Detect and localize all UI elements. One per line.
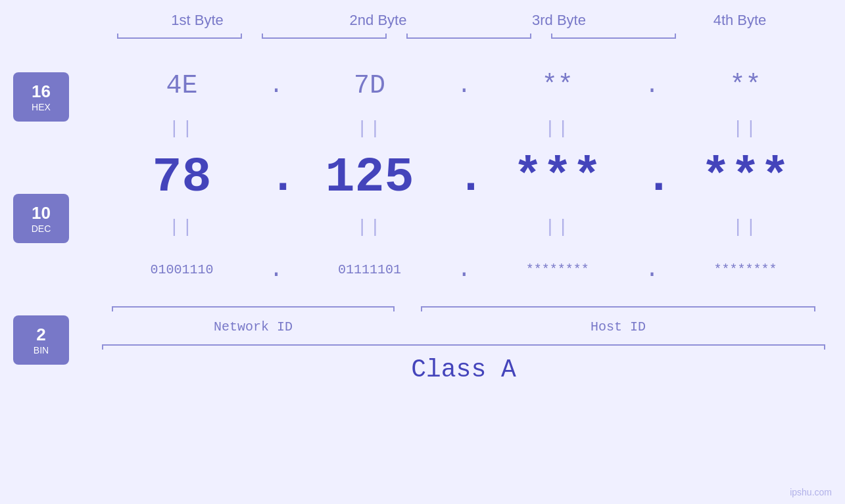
bin-b4: ******** [673, 262, 817, 277]
host-id-label: Host ID [411, 319, 825, 334]
byte-label-3: 3rd Byte [487, 12, 631, 29]
hex-row: 4E . 7D . ** . ** [102, 59, 825, 112]
dec-dot-3: . [645, 152, 658, 204]
eq2-b1: || [109, 217, 254, 237]
hex-b1: 4E [109, 71, 254, 101]
equals-row-2: || || || || [102, 210, 825, 243]
hex-dot-2: . [457, 72, 470, 99]
byte-headers: 1st Byte 2nd Byte 3rd Byte 4th Byte [107, 12, 831, 29]
bin-num: 2 [36, 325, 45, 345]
dec-num: 10 [32, 203, 51, 223]
bin-text: BIN [34, 345, 49, 355]
bin-b1: 01001110 [109, 262, 254, 277]
eq1-b4: || [673, 118, 817, 139]
top-bracket-2 [252, 32, 397, 44]
main-container: 1st Byte 2nd Byte 3rd Byte 4th Byte 16 H… [0, 0, 845, 504]
full-bottom-bracket [102, 344, 825, 346]
bin-dot-3: . [645, 256, 658, 283]
dec-b3: *** [485, 150, 630, 206]
dec-b2: 125 [297, 150, 442, 206]
footer-text: ipshu.com [790, 487, 832, 497]
equals-row-1: || || || || [102, 112, 825, 145]
network-id-label: Network ID [102, 319, 404, 334]
bin-badge: 2 BIN [13, 315, 69, 365]
bin-row: 01001110 . 01111101 . ******** . *******… [102, 243, 825, 296]
eq1-b3: || [485, 118, 630, 139]
hex-dot-3: . [645, 72, 658, 99]
bin-dot-2: . [457, 256, 470, 283]
hex-b3: ** [485, 71, 630, 101]
network-bracket [102, 301, 404, 314]
top-bracket-4 [541, 32, 686, 44]
hex-num: 16 [32, 81, 51, 102]
class-label: Class A [102, 355, 825, 384]
eq1-b1: || [109, 118, 254, 139]
eq2-b4: || [673, 217, 817, 237]
dec-dot-2: . [457, 152, 470, 204]
hex-b2: 7D [297, 71, 442, 101]
hex-text: HEX [32, 102, 51, 112]
bin-b3: ******** [485, 262, 630, 277]
hex-b4: ** [673, 71, 817, 101]
top-bracket-3 [397, 32, 541, 44]
dec-badge: 10 DEC [13, 194, 69, 243]
byte-label-4: 4th Byte [667, 12, 812, 29]
host-bracket [411, 301, 825, 314]
eq1-b2: || [297, 118, 442, 139]
main-grid: 4E . 7D . ** . ** || || || || 78 . 125 .… [102, 59, 825, 384]
dec-text: DEC [32, 223, 51, 234]
dec-b4: *** [673, 150, 817, 206]
bin-b2: 01111101 [297, 262, 442, 277]
top-bracket-1 [107, 32, 252, 44]
bottom-brackets [102, 301, 825, 314]
hex-badge: 16 HEX [13, 72, 69, 122]
dec-dot-1: . [269, 152, 282, 204]
byte-label-2: 2nd Byte [306, 12, 450, 29]
hex-dot-1: . [269, 72, 282, 99]
id-labels: Network ID Host ID [102, 319, 825, 334]
base-labels: 16 HEX 10 DEC 2 BIN [13, 72, 69, 365]
eq2-b3: || [485, 217, 630, 237]
bin-dot-1: . [269, 256, 282, 283]
byte-label-1: 1st Byte [125, 12, 270, 29]
dec-row: 78 . 125 . *** . *** [102, 145, 825, 210]
eq2-b2: || [297, 217, 442, 237]
top-brackets [107, 32, 831, 44]
dec-b1: 78 [109, 150, 254, 206]
